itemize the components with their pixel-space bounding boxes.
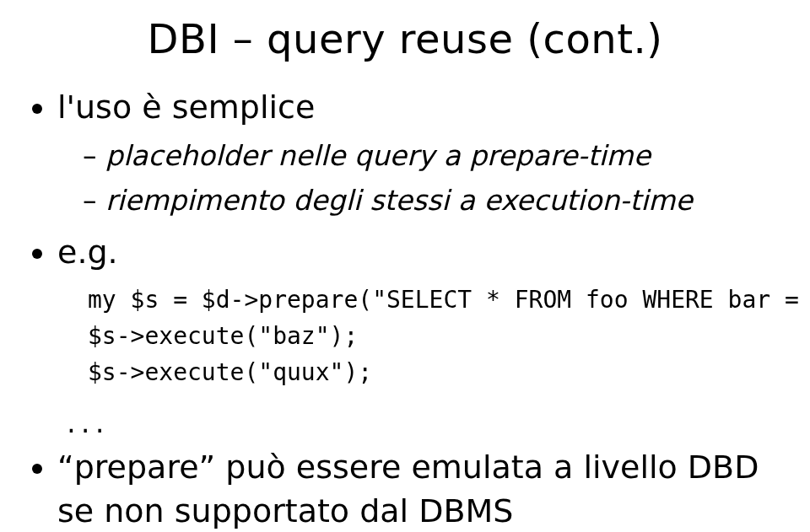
bullet-usage: l'uso è semplice placeholder nelle query…	[57, 86, 776, 219]
sub-bullet-placeholder: placeholder nelle query a prepare-time	[83, 137, 776, 175]
bullet-example-text: e.g.	[57, 234, 118, 271]
bullet-list: l'uso è semplice placeholder nelle query…	[34, 86, 776, 391]
ellipsis-line: ...	[64, 406, 776, 443]
slide: DBI – query reuse (cont.) l'uso è sempli…	[0, 0, 810, 532]
bullet-example: e.g. my $s = $d->prepare("SELECT * FROM …	[57, 231, 776, 390]
code-line-1: my $s = $d->prepare("SELECT * FROM foo W…	[88, 282, 776, 318]
code-line-3: $s->execute("quux");	[88, 354, 776, 390]
code-block: my $s = $d->prepare("SELECT * FROM foo W…	[88, 282, 776, 391]
code-line-2: $s->execute("baz");	[88, 318, 776, 354]
bullet-prepare-emulated: “prepare” può essere emulata a livello D…	[57, 446, 776, 532]
sub-bullet-list: placeholder nelle query a prepare-time r…	[57, 137, 776, 219]
bullet-list-continued: “prepare” può essere emulata a livello D…	[34, 446, 776, 532]
bullet-usage-text: l'uso è semplice	[57, 89, 315, 126]
slide-title: DBI – query reuse (cont.)	[34, 15, 776, 62]
sub-bullet-fill: riempimento degli stessi a execution-tim…	[83, 182, 776, 220]
